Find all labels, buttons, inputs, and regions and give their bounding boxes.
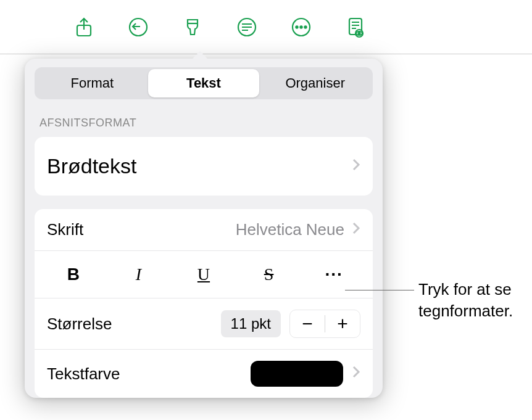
paragraph-style-value: Brødtekst	[47, 154, 136, 178]
size-value: 11 pkt	[221, 310, 281, 337]
italic-button[interactable]: I	[106, 261, 172, 288]
top-toolbar	[0, 0, 532, 54]
more-text-options-button[interactable]: ···	[301, 265, 367, 284]
insert-icon[interactable]	[236, 16, 258, 38]
paragraph-style-card: Brødtekst	[35, 137, 373, 196]
chevron-right-icon	[352, 221, 360, 239]
chevron-right-icon	[352, 365, 360, 382]
tab-organize[interactable]: Organiser	[259, 69, 371, 97]
svg-point-5	[300, 26, 302, 28]
text-color-swatch[interactable]	[251, 361, 343, 387]
callout-leader-line	[345, 290, 414, 290]
format-popover: Format Tekst Organiser AFSNITSFORMAT Brø…	[25, 59, 383, 398]
strikethrough-button[interactable]: S	[236, 261, 302, 288]
text-color-label: Tekstfarve	[47, 364, 120, 384]
document-view-icon[interactable]	[344, 16, 367, 38]
callout-line-1: Tryk for at se	[418, 279, 513, 300]
size-increase-button[interactable]: +	[325, 310, 360, 337]
font-row[interactable]: Skrift Helvetica Neue	[35, 209, 373, 251]
size-decrease-button[interactable]: −	[290, 310, 325, 337]
callout-line-2: tegnformater.	[418, 300, 513, 322]
undo-icon[interactable]	[127, 16, 149, 38]
svg-point-4	[296, 26, 297, 28]
size-stepper: − +	[289, 310, 360, 338]
tab-format[interactable]: Format	[36, 69, 148, 97]
svg-point-6	[304, 26, 306, 28]
section-header-paragraph: AFSNITSFORMAT	[35, 117, 373, 137]
font-card: Skrift Helvetica Neue B I U S ··· Større…	[35, 209, 373, 398]
bold-button[interactable]: B	[41, 261, 106, 288]
paragraph-style-row[interactable]: Brødtekst	[35, 137, 373, 196]
font-label: Skrift	[47, 220, 83, 239]
text-style-row: B I U S ···	[35, 251, 373, 299]
font-value: Helvetica Neue	[236, 220, 344, 239]
svg-point-10	[359, 32, 360, 34]
more-icon[interactable]	[290, 16, 312, 38]
chevron-right-icon	[352, 158, 360, 175]
text-color-row[interactable]: Tekstfarve	[35, 350, 373, 398]
size-label: Størrelse	[47, 315, 112, 334]
segmented-control: Format Tekst Organiser	[35, 67, 373, 99]
format-brush-icon[interactable]	[181, 16, 204, 38]
share-icon[interactable]	[73, 16, 95, 38]
size-row: Størrelse 11 pkt − +	[35, 299, 373, 350]
tab-text[interactable]: Tekst	[148, 69, 260, 97]
underline-button[interactable]: U	[171, 261, 236, 288]
callout-text: Tryk for at se tegnformater.	[418, 279, 513, 322]
